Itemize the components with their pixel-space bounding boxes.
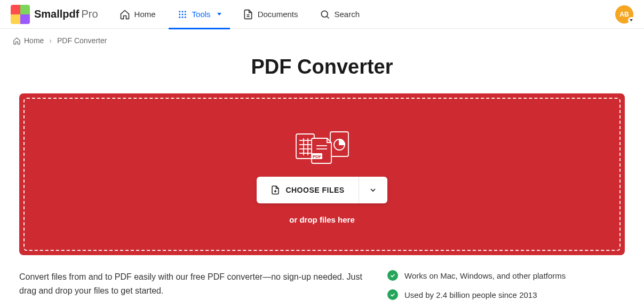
- info-section: Convert files from and to PDF easily wit…: [0, 255, 644, 308]
- home-icon: [120, 9, 130, 20]
- nav-home-label: Home: [134, 10, 156, 19]
- svg-point-0: [179, 11, 180, 12]
- check-icon: [387, 270, 398, 281]
- svg-point-2: [184, 11, 186, 12]
- user-menu[interactable]: AB: [615, 5, 633, 23]
- files-illustration-icon: PDF: [293, 129, 352, 166]
- svg-point-4: [181, 13, 183, 15]
- nav-documents[interactable]: Documents: [234, 0, 307, 29]
- search-icon: [320, 9, 330, 20]
- dropzone-inner: PDF CHOOSE FILES or drop files here: [23, 98, 621, 251]
- document-icon: [243, 9, 253, 20]
- nav-tools[interactable]: Tools: [169, 0, 230, 29]
- svg-text:PDF: PDF: [313, 154, 321, 159]
- choose-files-button[interactable]: CHOOSE FILES: [257, 177, 358, 203]
- drop-hint: or drop files here: [289, 215, 355, 224]
- features-list: Works on Mac, Windows, and other platfor…: [387, 270, 579, 308]
- svg-line-12: [327, 16, 329, 18]
- choose-files-label: CHOOSE FILES: [285, 186, 344, 194]
- breadcrumb-home[interactable]: Home: [13, 36, 44, 45]
- svg-point-7: [181, 16, 183, 18]
- check-icon: [387, 289, 398, 300]
- chevron-right-icon: ›: [49, 36, 52, 45]
- breadcrumb-current: PDF Converter: [57, 36, 107, 45]
- svg-point-8: [184, 16, 186, 18]
- choose-files-group: CHOOSE FILES: [257, 177, 387, 203]
- svg-point-1: [181, 11, 183, 12]
- svg-point-3: [179, 13, 180, 15]
- file-plus-icon: [271, 185, 280, 195]
- chevron-down-icon: [628, 17, 634, 23]
- page-title: PDF Converter: [0, 56, 644, 78]
- top-navbar: SmallpdfPro Home Tools Documents: [0, 0, 644, 29]
- feature-item: Works on Mac, Windows, and other platfor…: [387, 270, 579, 281]
- svg-point-5: [184, 13, 186, 15]
- nav-search-label: Search: [335, 10, 360, 19]
- choose-files-dropdown[interactable]: [359, 177, 387, 203]
- nav-items: Home Tools Documents Search: [111, 0, 368, 29]
- chevron-down-icon: [217, 13, 221, 15]
- feature-item: Used by 2.4 billion people since 2013: [387, 289, 579, 300]
- nav-tools-label: Tools: [192, 10, 211, 19]
- nav-home[interactable]: Home: [111, 0, 164, 29]
- svg-point-6: [179, 16, 180, 18]
- grid-icon: [177, 9, 188, 20]
- nav-documents-label: Documents: [258, 10, 298, 19]
- feature-text: Works on Mac, Windows, and other platfor…: [404, 271, 566, 280]
- home-icon: [13, 37, 21, 45]
- chevron-down-icon: [369, 186, 377, 194]
- file-dropzone[interactable]: PDF CHOOSE FILES or drop files here: [19, 93, 625, 255]
- brand-name: SmallpdfPro: [34, 8, 98, 20]
- nav-search[interactable]: Search: [311, 0, 369, 29]
- brand-logo[interactable]: SmallpdfPro: [11, 5, 98, 24]
- breadcrumb: Home › PDF Converter: [0, 29, 644, 52]
- logo-icon: [11, 5, 30, 24]
- feature-text: Used by 2.4 billion people since 2013: [404, 290, 537, 299]
- svg-point-11: [321, 11, 328, 17]
- description: Convert files from and to PDF easily wit…: [19, 270, 366, 308]
